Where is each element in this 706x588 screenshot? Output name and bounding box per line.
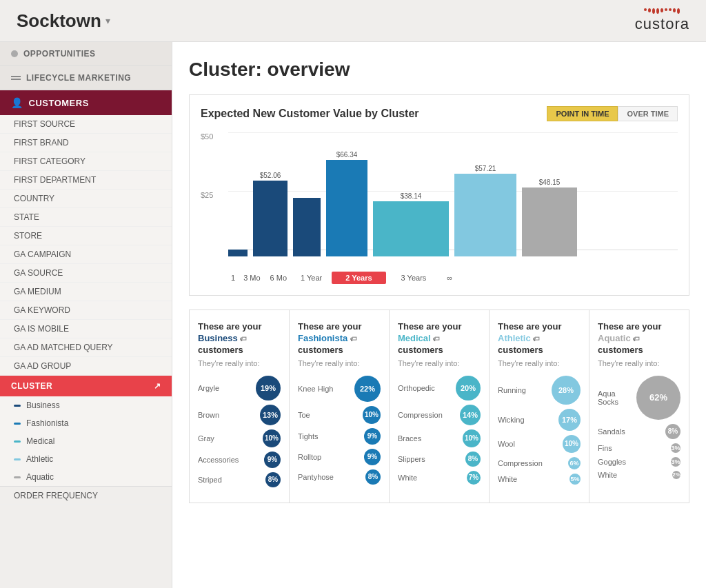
- sidebar-item-first-department[interactable]: FIRST DEPARTMENT: [0, 171, 172, 190]
- sidebar-item-lifecycle[interactable]: LIFECYCLE MARKETING: [0, 66, 172, 90]
- fashionista-interest-1: Knee High 22%: [298, 376, 381, 402]
- sidebar-item-customers[interactable]: 👤 CUSTOMERS: [0, 90, 172, 115]
- app-title: Socktown: [17, 10, 101, 32]
- aquatic-interest-pct-5: 2%: [672, 471, 680, 479]
- bar-2years: $38.14: [373, 192, 449, 256]
- sidebar-item-ga-campaign[interactable]: GA CAMPAIGN: [0, 245, 172, 264]
- athletic-interest-pct-4: 6%: [568, 457, 581, 469]
- bar-2years-value: $38.14: [401, 192, 422, 200]
- sidebar-item-ga-medium[interactable]: GA MEDIUM: [0, 283, 172, 301]
- cluster-item-aquatic[interactable]: Aquatic: [0, 468, 172, 486]
- fashionista-dot: [14, 423, 21, 425]
- toggle-point-in-time[interactable]: POINT IN TIME: [547, 106, 618, 121]
- business-label: Business: [26, 401, 60, 410]
- aquatic-interest-3: Fins 3%: [598, 443, 680, 453]
- athletic-interest-label-5: White: [498, 475, 569, 483]
- medical-interest-pct-4: 8%: [465, 452, 481, 467]
- cluster-item-athletic[interactable]: Athletic: [0, 450, 172, 468]
- business-interest-label-3: Gray: [198, 434, 263, 443]
- dot-1: [644, 8, 647, 11]
- y-axis: $50 $25: [201, 132, 213, 250]
- sidebar-item-ga-keyword[interactable]: GA KEYWORD: [0, 301, 172, 320]
- main-content: Cluster: overview Expected New Customer …: [172, 42, 706, 588]
- sidebar-item-ga-source[interactable]: GA SOURCE: [0, 264, 172, 283]
- cluster-item-medical[interactable]: Medical: [0, 432, 172, 450]
- business-interest-pct-5: 8%: [265, 472, 281, 487]
- toggle-over-time[interactable]: OVER TIME: [618, 106, 678, 121]
- dot-7: [669, 8, 672, 11]
- medical-interest-5: White 7%: [398, 471, 481, 485]
- aquatic-tag-icon: 🏷: [633, 335, 640, 343]
- cluster-card-aquatic: These are your Aquatic 🏷 customers They'…: [589, 310, 689, 503]
- medical-interest-label-2: Compression: [398, 411, 460, 419]
- sidebar: OPPORTUNITIES LIFECYCLE MARKETING 👤 CUST…: [0, 42, 172, 588]
- fashionista-title-post: customers: [298, 345, 343, 355]
- medical-title-pre: These are your: [398, 321, 462, 332]
- opportunities-icon: [11, 50, 18, 57]
- business-title-post: customers: [198, 345, 243, 355]
- sidebar-item-country[interactable]: COUNTRY: [0, 190, 172, 208]
- opportunities-label: OPPORTUNITIES: [23, 49, 96, 59]
- medical-interest-4: Slippers 8%: [398, 452, 481, 467]
- athletic-interest-3: Wool 10%: [498, 435, 581, 453]
- aquatic-interest-label-5: White: [598, 471, 672, 479]
- athletic-interest-pct-3: 10%: [563, 435, 581, 453]
- cluster-label: CLUSTER: [11, 381, 52, 391]
- medical-interest-label-3: Braces: [398, 434, 463, 443]
- time-label-3mo: 3 Mo: [239, 272, 264, 283]
- dot-8: [673, 8, 676, 12]
- athletic-interest-pct-5: 5%: [569, 474, 581, 485]
- sidebar-item-cluster[interactable]: CLUSTER ↗: [0, 376, 172, 396]
- athletic-interest-label-1: Running: [498, 386, 552, 394]
- business-interest-2: Brown 13%: [198, 405, 281, 425]
- bars-container: $52.06 $66.34 $38.14: [228, 132, 678, 256]
- cluster-item-fashionista[interactable]: Fashionista: [0, 414, 172, 432]
- sidebar-item-first-category[interactable]: FIRST CATEGORY: [0, 152, 172, 171]
- dot-9: [677, 8, 680, 14]
- fashionista-interest-label-3: Tights: [298, 432, 364, 440]
- cluster-export-icon[interactable]: ↗: [154, 381, 161, 391]
- time-label-1year: 1 Year: [292, 272, 330, 283]
- aquatic-title-post: customers: [598, 345, 643, 355]
- fashionista-subtitle: They're really into:: [298, 359, 381, 367]
- bar-6mo: [293, 198, 321, 256]
- business-interest-label-4: Accessories: [198, 456, 264, 464]
- fashionista-interest-label-1: Knee High: [298, 385, 354, 393]
- medical-interest-2: Compression 14%: [398, 405, 481, 425]
- sidebar-item-state[interactable]: STATE: [0, 208, 172, 227]
- athletic-interest-label-4: Compression: [498, 459, 568, 467]
- bar-1: [228, 250, 248, 256]
- business-interest-pct-1: 19%: [256, 376, 281, 401]
- business-name: Business: [198, 333, 238, 343]
- dot-6: [665, 8, 667, 11]
- aquatic-interest-1: Aqua Socks 62%: [598, 376, 680, 420]
- cluster-card-fashionista: These are your Fashionista 🏷 customers T…: [290, 310, 390, 503]
- sidebar-item-store[interactable]: STORE: [0, 227, 172, 245]
- sidebar-item-first-brand[interactable]: FIRST BRAND: [0, 134, 172, 152]
- sidebar-item-first-source[interactable]: FIRST SOURCE: [0, 115, 172, 134]
- cluster-card-business: These are your Business 🏷 customers They…: [190, 310, 290, 503]
- fashionista-card-title: These are your Fashionista 🏷 customers: [298, 321, 381, 356]
- fashionista-tag-icon: 🏷: [350, 335, 357, 343]
- sidebar-item-ga-ad-group[interactable]: GA AD GROUP: [0, 357, 172, 376]
- medical-name: Medical: [398, 333, 431, 343]
- cluster-item-business[interactable]: Business: [0, 396, 172, 414]
- fashionista-interest-pct-3: 9%: [364, 428, 381, 445]
- sidebar-item-opportunities[interactable]: OPPORTUNITIES: [0, 42, 172, 66]
- aquatic-name: Aquatic: [598, 333, 631, 343]
- app-dropdown-arrow[interactable]: ▾: [105, 15, 110, 26]
- medical-interest-label-5: White: [398, 474, 467, 482]
- fashionista-interest-pct-1: 22%: [354, 376, 381, 402]
- time-label-3years: 3 Years: [387, 272, 441, 283]
- bar-1year-value: $66.34: [336, 151, 358, 159]
- sidebar-item-ga-is-mobile[interactable]: GA IS MOBILE: [0, 320, 172, 338]
- sidebar-item-order-frequency[interactable]: ORDER FREQUENCY: [0, 486, 172, 505]
- aquatic-interest-5: White 2%: [598, 471, 680, 479]
- sidebar-item-ga-ad-matched[interactable]: GA AD MATCHED QUERY: [0, 338, 172, 357]
- aquatic-title-pre: These are your: [598, 321, 662, 332]
- aquatic-interest-4: Goggles 3%: [598, 457, 680, 467]
- business-interest-pct-2: 13%: [260, 405, 281, 425]
- medical-interest-label-4: Slippers: [398, 455, 465, 463]
- y-label-50: $50: [201, 132, 213, 141]
- athletic-tag-icon: 🏷: [533, 335, 540, 343]
